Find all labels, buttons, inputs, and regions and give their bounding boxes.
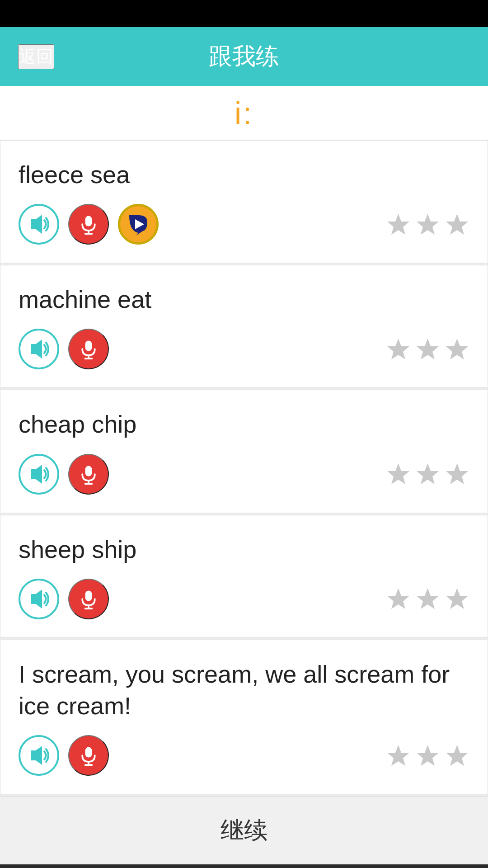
svg-rect-16 [85, 466, 92, 476]
star-4-2[interactable] [415, 586, 440, 611]
svg-marker-15 [31, 465, 42, 484]
mic-button-5[interactable] [68, 735, 109, 776]
card-machine-eat: machine eat [0, 265, 488, 388]
card-buttons-2 [19, 329, 109, 369]
svg-marker-0 [31, 215, 42, 234]
star-1-1[interactable] [386, 212, 411, 237]
svg-marker-35 [446, 745, 468, 766]
star-3-3[interactable] [445, 462, 469, 486]
star-1-3[interactable] [445, 212, 469, 237]
star-3-2[interactable] [415, 462, 440, 486]
svg-marker-14 [446, 339, 468, 359]
stars-2 [386, 337, 469, 362]
card-sheep-ship: sheep ship [0, 515, 488, 638]
header-title: 跟我练 [209, 41, 279, 72]
card-cheap-chip: cheap chip [0, 390, 488, 513]
header: 返回 跟我练 [0, 27, 488, 86]
sound-button-4[interactable] [19, 579, 59, 619]
star-5-1[interactable] [386, 743, 411, 768]
card-fleece-sea: fleece sea [0, 140, 488, 263]
svg-marker-27 [417, 588, 439, 609]
svg-marker-21 [446, 463, 468, 484]
card-ice-cream: I scream, you scream, we all scream for … [0, 640, 488, 794]
card-controls-3 [19, 454, 469, 495]
svg-marker-26 [387, 588, 409, 609]
svg-rect-9 [85, 341, 92, 351]
continue-section: 继续 [0, 796, 488, 864]
phrase-machine-eat: machine eat [19, 283, 469, 315]
star-5-2[interactable] [415, 743, 440, 768]
star-1-2[interactable] [415, 212, 440, 237]
cards-container: fleece sea [0, 140, 488, 796]
star-4-1[interactable] [386, 586, 411, 611]
bottom-nav [0, 864, 488, 868]
card-controls-5 [19, 735, 469, 776]
mic-button-1[interactable] [68, 204, 109, 245]
svg-marker-28 [446, 588, 468, 609]
svg-marker-20 [417, 463, 439, 484]
play-bubble-button-1[interactable] [118, 204, 159, 245]
svg-marker-7 [446, 214, 468, 235]
svg-marker-6 [417, 214, 439, 235]
svg-marker-8 [31, 340, 42, 359]
card-controls-2 [19, 329, 469, 369]
sound-button-1[interactable] [19, 204, 59, 245]
continue-button[interactable]: 继续 [221, 815, 267, 846]
svg-marker-29 [31, 746, 42, 765]
svg-rect-1 [85, 216, 92, 226]
star-3-1[interactable] [386, 462, 411, 486]
phonetic-section: i: [0, 86, 488, 140]
phrase-fleece-sea: fleece sea [19, 159, 469, 190]
stars-1 [386, 212, 469, 237]
svg-marker-5 [387, 214, 409, 235]
card-buttons-1 [19, 204, 159, 245]
star-5-3[interactable] [445, 743, 469, 768]
star-2-3[interactable] [445, 337, 469, 362]
svg-marker-19 [387, 463, 409, 484]
mic-button-3[interactable] [68, 454, 109, 495]
phrase-sheep-ship: sheep ship [19, 533, 469, 565]
sound-button-3[interactable] [19, 454, 59, 495]
star-2-2[interactable] [415, 337, 440, 362]
card-buttons-5 [19, 735, 109, 776]
stars-5 [386, 743, 469, 768]
svg-rect-23 [85, 590, 92, 601]
svg-marker-34 [417, 745, 439, 766]
card-controls-1 [19, 204, 469, 245]
card-controls-4 [19, 579, 469, 619]
mic-button-2[interactable] [68, 329, 109, 369]
phonetic-text: i: [235, 95, 253, 131]
card-buttons-4 [19, 579, 109, 619]
phrase-ice-cream: I scream, you scream, we all scream for … [19, 658, 469, 722]
sound-button-5[interactable] [19, 735, 59, 776]
mic-button-4[interactable] [68, 579, 109, 619]
svg-marker-13 [417, 339, 439, 359]
star-2-1[interactable] [386, 337, 411, 362]
card-buttons-3 [19, 454, 109, 495]
star-4-3[interactable] [445, 586, 469, 611]
svg-marker-22 [31, 590, 42, 609]
sound-button-2[interactable] [19, 329, 59, 369]
svg-marker-33 [387, 745, 409, 766]
svg-marker-12 [387, 339, 409, 359]
svg-rect-30 [85, 747, 92, 758]
stars-4 [386, 586, 469, 611]
stars-3 [386, 462, 469, 486]
status-bar [0, 0, 488, 27]
phrase-cheap-chip: cheap chip [19, 408, 469, 440]
back-button[interactable]: 返回 [18, 44, 54, 69]
